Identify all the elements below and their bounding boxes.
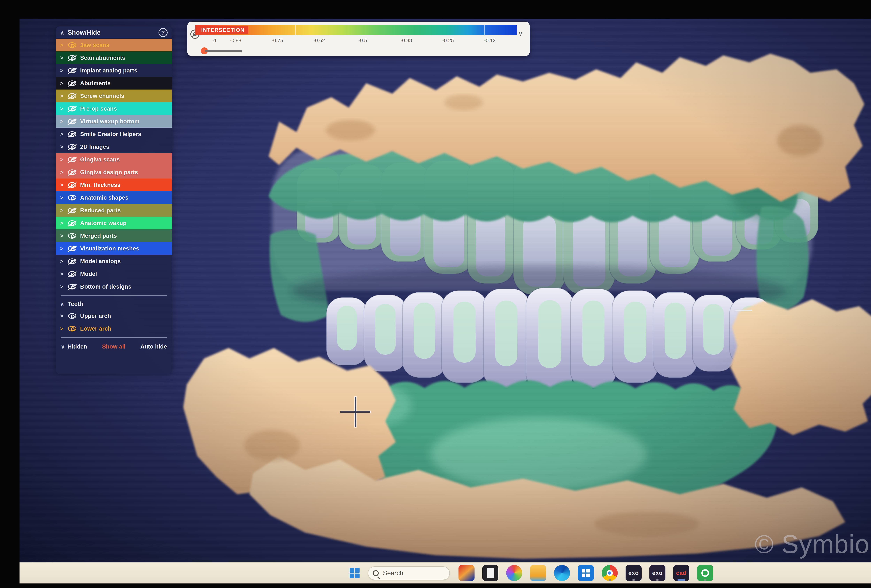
expand-chevron-icon[interactable]: > <box>60 326 68 332</box>
visibility-eye-icon[interactable] <box>68 271 76 277</box>
legend-slider-track[interactable] <box>205 50 242 52</box>
layer-row-virtual-waxup-bottom[interactable]: >Virtual waxup bottom <box>56 115 172 128</box>
expand-chevron-icon[interactable]: > <box>60 208 68 213</box>
expand-chevron-icon[interactable]: > <box>60 55 68 61</box>
visibility-eye-icon[interactable] <box>68 233 76 239</box>
visibility-eye-icon[interactable] <box>68 42 76 48</box>
expand-chevron-icon[interactable]: > <box>60 233 68 239</box>
layer-row-merged-parts[interactable]: >Merged parts <box>56 229 172 242</box>
visibility-eye-icon[interactable] <box>68 284 76 289</box>
layer-row-screw-channels[interactable]: >Screw channels <box>56 90 172 102</box>
visibility-eye-icon[interactable] <box>68 220 76 226</box>
show-all-button[interactable]: Show all <box>87 343 141 350</box>
panel-footer: ∨ Hidden Show all Auto hide <box>56 340 172 353</box>
expand-chevron-icon[interactable]: > <box>60 220 68 226</box>
dentalcad-app-icon[interactable]: cad <box>673 565 689 581</box>
layer-row-anatomic-waxup[interactable]: >Anatomic waxup <box>56 217 172 229</box>
layer-row-smile-creator-helpers[interactable]: >Smile Creator Helpers <box>56 128 172 141</box>
visibility-eye-icon[interactable] <box>68 131 76 137</box>
layer-row-min-thickness[interactable]: >Min. thickness <box>56 178 172 191</box>
visibility-eye-icon[interactable] <box>68 55 76 61</box>
start-button[interactable] <box>350 568 360 578</box>
layer-row-upper-arch[interactable]: >Upper arch <box>56 310 172 322</box>
visibility-eye-icon[interactable] <box>68 81 76 86</box>
visibility-eye-icon[interactable] <box>68 182 76 188</box>
expand-chevron-icon[interactable]: > <box>60 182 68 188</box>
visibility-eye-icon[interactable] <box>68 259 76 264</box>
layer-row-model[interactable]: >Model <box>56 268 172 280</box>
legend-collapse-icon[interactable]: ∨ <box>518 30 523 37</box>
windows-taskbar: Search exo exo cad ENG HU <box>19 562 871 584</box>
layer-row-jaw-scans[interactable]: >Jaw scans <box>56 39 172 51</box>
visibility-eye-icon[interactable] <box>68 118 76 124</box>
layer-label: Min. thickness <box>80 182 121 188</box>
search-box[interactable]: Search <box>368 566 450 580</box>
visibility-eye-icon[interactable] <box>68 68 76 73</box>
visibility-eye-icon[interactable] <box>68 313 76 319</box>
expand-chevron-icon[interactable]: > <box>60 258 68 264</box>
collapse-chevron-icon[interactable]: ∧ <box>60 30 64 36</box>
teeth-section-header[interactable]: ∧ Teeth <box>56 298 172 310</box>
measure-tick <box>735 310 752 311</box>
expand-chevron-icon[interactable]: > <box>60 80 68 86</box>
layer-row-2d-images[interactable]: >2D Images <box>56 141 172 153</box>
auto-hide-button[interactable]: Auto hide <box>141 343 167 350</box>
visibility-eye-icon[interactable] <box>68 208 76 213</box>
edge-browser-icon[interactable] <box>554 565 570 581</box>
intersection-legend-panel: INTERSECTION -1 -0.88 -0.75 -0.62 -0.5 -… <box>187 22 530 56</box>
expand-chevron-icon[interactable]: > <box>60 313 68 319</box>
collapse-chevron-icon[interactable]: ∨ <box>61 344 65 350</box>
legend-tick: -0.62 <box>305 37 333 43</box>
expand-chevron-icon[interactable]: > <box>60 195 68 200</box>
3d-viewport[interactable]: ∧ Show/Hide ? >Jaw scans >Scan abutments… <box>19 19 871 562</box>
colorful-app-icon[interactable] <box>458 565 474 581</box>
expand-chevron-icon[interactable]: > <box>60 106 68 112</box>
layer-row-visualization-meshes[interactable]: >Visualization meshes <box>56 242 172 255</box>
layer-row-gingiva-scans[interactable]: >Gingiva scans <box>56 153 172 166</box>
visibility-eye-icon[interactable] <box>68 169 76 175</box>
layer-row-abutments[interactable]: >Abutments <box>56 77 172 90</box>
visibility-eye-icon[interactable] <box>68 93 76 99</box>
color-wheel-app-icon[interactable] <box>506 565 522 581</box>
visibility-eye-icon[interactable] <box>68 326 76 331</box>
exo-app-icon[interactable]: exo <box>626 565 642 581</box>
layer-row-model-analogs[interactable]: >Model analogs <box>56 255 172 268</box>
layer-row-bottom-of-designs[interactable]: >Bottom of designs <box>56 280 172 293</box>
expand-chevron-icon[interactable]: > <box>60 271 68 277</box>
microsoft-store-icon[interactable] <box>578 565 594 581</box>
layer-row-reduced-parts[interactable]: >Reduced parts <box>56 204 172 217</box>
expand-chevron-icon[interactable]: > <box>60 284 68 290</box>
expand-chevron-icon[interactable]: > <box>60 169 68 175</box>
file-explorer-icon[interactable] <box>530 565 546 581</box>
expand-chevron-icon[interactable]: > <box>60 131 68 137</box>
green-app-icon[interactable] <box>697 565 713 581</box>
help-icon[interactable]: ? <box>159 28 168 37</box>
layer-row-scan-abutments[interactable]: >Scan abutments <box>56 51 172 64</box>
layer-label: Visualization meshes <box>80 245 139 252</box>
collapse-chevron-icon[interactable]: ∧ <box>60 301 64 307</box>
exo-app-icon-2[interactable]: exo <box>650 565 666 581</box>
layer-row-gingiva-design-parts[interactable]: >Gingiva design parts <box>56 166 172 178</box>
visibility-eye-icon[interactable] <box>68 157 76 162</box>
hidden-label[interactable]: Hidden <box>67 343 87 350</box>
chrome-browser-icon[interactable] <box>602 565 618 581</box>
panel-header[interactable]: ∧ Show/Hide ? <box>56 27 172 39</box>
layer-label: Scan abutments <box>80 54 125 61</box>
expand-chevron-icon[interactable]: > <box>60 118 68 124</box>
expand-chevron-icon[interactable]: > <box>60 67 68 73</box>
expand-chevron-icon[interactable]: > <box>60 93 68 99</box>
expand-chevron-icon[interactable]: > <box>60 245 68 251</box>
document-app-icon[interactable] <box>482 565 498 581</box>
visibility-eye-icon[interactable] <box>68 106 76 111</box>
expand-chevron-icon[interactable]: > <box>60 144 68 150</box>
layer-row-pre-op-scans[interactable]: >Pre-op scans <box>56 102 172 115</box>
layer-row-implant-analog-parts[interactable]: >Implant analog parts <box>56 64 172 77</box>
panel-title: Show/Hide <box>67 29 159 36</box>
visibility-eye-icon[interactable] <box>68 246 76 251</box>
visibility-eye-icon[interactable] <box>68 195 76 200</box>
layer-row-lower-arch[interactable]: >Lower arch <box>56 322 172 335</box>
layer-row-anatomic-shapes[interactable]: >Anatomic shapes <box>56 191 172 204</box>
expand-chevron-icon[interactable]: > <box>60 42 68 48</box>
expand-chevron-icon[interactable]: > <box>60 157 68 163</box>
visibility-eye-icon[interactable] <box>68 144 76 150</box>
